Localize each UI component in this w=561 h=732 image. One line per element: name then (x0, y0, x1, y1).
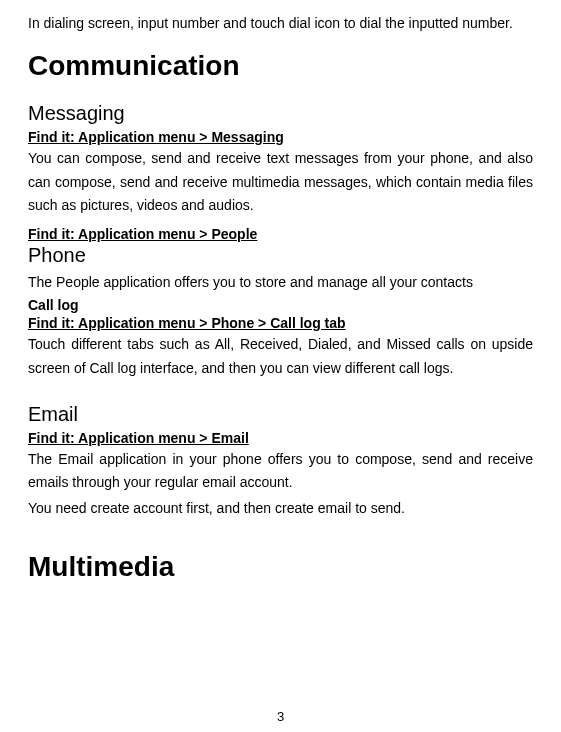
heading-phone: Phone (28, 244, 533, 267)
intro-paragraph: In dialing screen, input number and touc… (28, 12, 533, 36)
body-call-log: Touch different tabs such as All, Receiv… (28, 333, 533, 381)
heading-multimedia: Multimedia (28, 551, 533, 583)
heading-email: Email (28, 403, 533, 426)
body-email-1: The Email application in your phone offe… (28, 448, 533, 496)
body-messaging: You can compose, send and receive text m… (28, 147, 533, 218)
findit-email: Find it: Application menu > Email (28, 430, 533, 446)
findit-call-log: Find it: Application menu > Phone > Call… (28, 315, 533, 331)
page-number: 3 (0, 709, 561, 724)
heading-messaging: Messaging (28, 102, 533, 125)
body-email-2: You need create account first, and then … (28, 497, 533, 521)
subhead-call-log: Call log (28, 297, 533, 313)
findit-messaging: Find it: Application menu > Messaging (28, 129, 533, 145)
heading-communication: Communication (28, 50, 533, 82)
body-people: The People application offers you to sto… (28, 271, 533, 295)
findit-people: Find it: Application menu > People (28, 226, 533, 242)
